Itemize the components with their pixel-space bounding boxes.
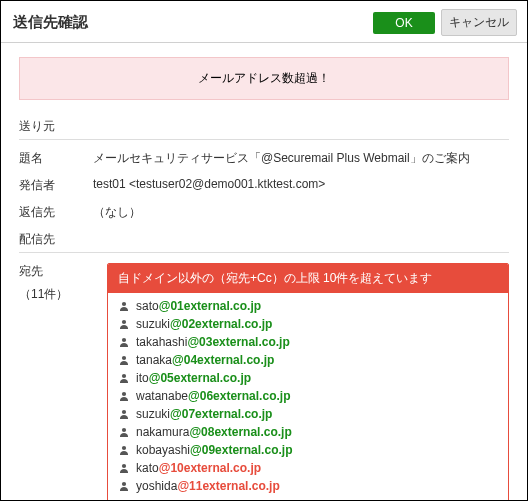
- recipient-box: 自ドメイン以外の（宛先+Cc）の上限 10件を超えています sato@01ext…: [107, 263, 509, 500]
- recipient-row: sato@01external.co.jp: [118, 297, 498, 315]
- section-distribution-heading: 配信先: [19, 231, 509, 253]
- recipient-local: ito: [136, 371, 149, 385]
- recipient-domain: 02external.co.jp: [182, 317, 273, 331]
- svg-point-9: [122, 464, 126, 468]
- recipient-warning: 自ドメイン以外の（宛先+Cc）の上限 10件を超えています: [108, 264, 508, 293]
- recipient-local: yoshida: [136, 479, 177, 493]
- recipient-row: suzuki@02external.co.jp: [118, 315, 498, 333]
- svg-point-8: [122, 446, 126, 450]
- recipient-local: nakamura: [136, 425, 189, 439]
- recipient-local: suzuki: [136, 407, 170, 421]
- row-from: 発信者 test01 <testuser02@demo001.ktktest.c…: [19, 177, 509, 194]
- recipient-row: watanabe@06external.co.jp: [118, 387, 498, 405]
- svg-point-10: [122, 482, 126, 486]
- recipient-at: @: [187, 335, 199, 349]
- person-icon: [118, 426, 130, 438]
- recipient-local: watanabe: [136, 389, 188, 403]
- recipient-at: @: [170, 407, 182, 421]
- recipient-domain: 10external.co.jp: [170, 461, 261, 475]
- person-icon: [118, 444, 130, 456]
- from-value: test01 <testuser02@demo001.ktktest.com>: [93, 177, 509, 194]
- recipient-at: @: [188, 389, 200, 403]
- confirm-recipients-dialog: 送信先確認 OK キャンセル メールアドレス数超過！ 送り元 題名 メールセキュ…: [0, 0, 528, 501]
- svg-point-4: [122, 374, 126, 378]
- recipient-domain: 08external.co.jp: [201, 425, 292, 439]
- distribution-left: 宛先 （11件）: [19, 263, 107, 500]
- subject-label: 題名: [19, 150, 93, 167]
- recipient-domain: 04external.co.jp: [184, 353, 275, 367]
- ok-button[interactable]: OK: [373, 12, 435, 34]
- recipient-at: @: [177, 479, 189, 493]
- alert-banner: メールアドレス数超過！: [19, 57, 509, 100]
- titlebar: 送信先確認 OK キャンセル: [1, 1, 527, 43]
- recipient-local: takahashi: [136, 335, 187, 349]
- recipient-row: kato@10external.co.jp: [118, 459, 498, 477]
- person-icon: [118, 390, 130, 402]
- svg-point-7: [122, 428, 126, 432]
- recipient-domain: 07external.co.jp: [182, 407, 273, 421]
- to-label: 宛先: [19, 263, 107, 280]
- person-icon: [118, 336, 130, 348]
- row-replyto: 返信先 （なし）: [19, 204, 509, 221]
- svg-point-0: [122, 302, 126, 306]
- recipient-row: yoshida@11external.co.jp: [118, 477, 498, 495]
- recipient-row: ito@05external.co.jp: [118, 369, 498, 387]
- recipient-at: @: [172, 353, 184, 367]
- recipient-row: kobayashi@09external.co.jp: [118, 441, 498, 459]
- person-icon: [118, 462, 130, 474]
- person-icon: [118, 318, 130, 330]
- dialog-title: 送信先確認: [13, 13, 373, 32]
- person-icon: [118, 408, 130, 420]
- recipient-local: suzuki: [136, 317, 170, 331]
- replyto-value: （なし）: [93, 204, 509, 221]
- recipient-local: kato: [136, 461, 159, 475]
- to-count: （11件）: [19, 286, 107, 303]
- person-icon: [118, 354, 130, 366]
- recipient-row: nakamura@08external.co.jp: [118, 423, 498, 441]
- distribution-area: 宛先 （11件） 自ドメイン以外の（宛先+Cc）の上限 10件を超えています s…: [19, 263, 509, 500]
- dialog-body: メールアドレス数超過！ 送り元 題名 メールセキュリティサービス「@Secure…: [1, 43, 527, 500]
- recipient-domain: 05external.co.jp: [160, 371, 251, 385]
- recipient-at: @: [170, 317, 182, 331]
- cancel-button[interactable]: キャンセル: [441, 9, 517, 36]
- from-label: 発信者: [19, 177, 93, 194]
- recipient-domain: 06external.co.jp: [200, 389, 291, 403]
- svg-point-1: [122, 320, 126, 324]
- svg-point-2: [122, 338, 126, 342]
- svg-point-3: [122, 356, 126, 360]
- recipient-list: sato@01external.co.jpsuzuki@02external.c…: [108, 293, 508, 500]
- recipient-at: @: [159, 299, 171, 313]
- person-icon: [118, 480, 130, 492]
- section-sender-heading: 送り元: [19, 118, 509, 140]
- person-icon: [118, 372, 130, 384]
- recipient-local: sato: [136, 299, 159, 313]
- person-icon: [118, 300, 130, 312]
- row-subject: 題名 メールセキュリティサービス「@Securemail Plus Webmai…: [19, 150, 509, 167]
- recipient-domain: 09external.co.jp: [202, 443, 293, 457]
- recipient-row: suzuki@07external.co.jp: [118, 405, 498, 423]
- svg-point-6: [122, 410, 126, 414]
- recipient-at: @: [190, 443, 202, 457]
- recipient-domain: 11external.co.jp: [189, 479, 280, 493]
- subject-value: メールセキュリティサービス「@Securemail Plus Webmail」の…: [93, 150, 509, 167]
- recipient-row: tanaka@04external.co.jp: [118, 351, 498, 369]
- recipient-domain: 03external.co.jp: [199, 335, 290, 349]
- recipient-domain: 01external.co.jp: [170, 299, 261, 313]
- recipient-local: tanaka: [136, 353, 172, 367]
- recipient-at: @: [189, 425, 201, 439]
- recipient-at: @: [159, 461, 171, 475]
- recipient-at: @: [149, 371, 161, 385]
- recipient-local: kobayashi: [136, 443, 190, 457]
- recipient-row: takahashi@03external.co.jp: [118, 333, 498, 351]
- replyto-label: 返信先: [19, 204, 93, 221]
- svg-point-5: [122, 392, 126, 396]
